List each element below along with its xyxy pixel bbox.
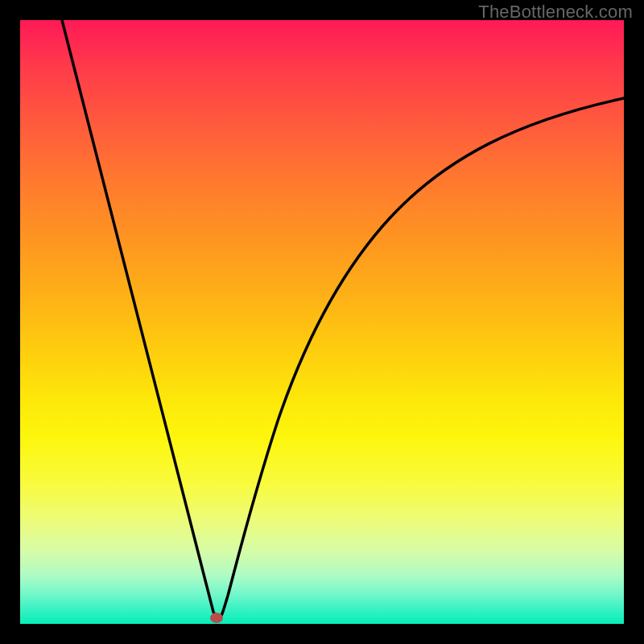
bottleneck-curve xyxy=(20,20,624,624)
curve-right-branch xyxy=(217,98,624,619)
plot-area xyxy=(20,20,624,624)
chart-container: TheBottleneck.com xyxy=(0,0,644,644)
curve-left-branch xyxy=(62,20,217,619)
watermark-text: TheBottleneck.com xyxy=(478,2,633,23)
minimum-marker-dot xyxy=(210,613,223,623)
